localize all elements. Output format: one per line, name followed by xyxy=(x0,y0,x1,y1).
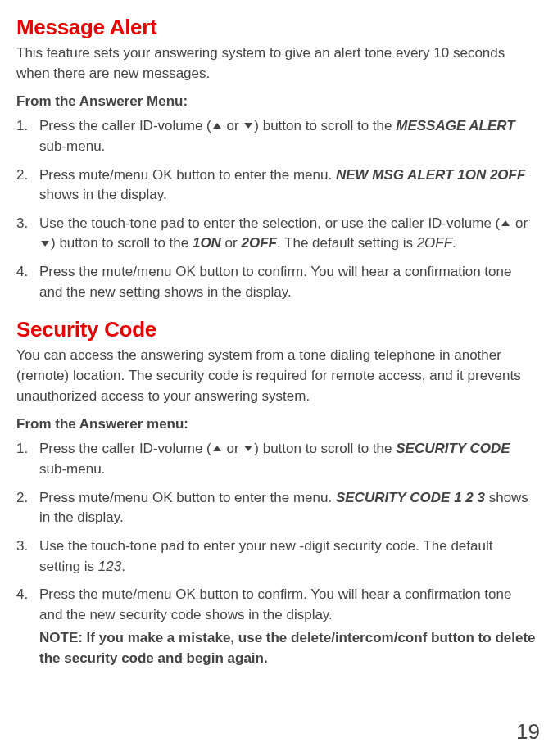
step-text: Press the caller ID-volume ( xyxy=(39,441,211,456)
list-item: Press mute/menu OK button to enter the m… xyxy=(39,165,537,206)
intro-security-code: You can access the answering system from… xyxy=(16,346,537,406)
step-text: ) button to scroll to the xyxy=(254,118,396,134)
page-number: 19 xyxy=(516,719,540,745)
step-text: ) button to scroll to the xyxy=(254,441,396,456)
list-item: Use the touch-tone pad to enter your new… xyxy=(39,536,537,577)
subheading-answerer-menu-1: From the Answerer Menu: xyxy=(16,93,537,110)
step-text: . xyxy=(452,235,456,251)
emphasis: 123 xyxy=(98,559,121,574)
triangle-up-icon xyxy=(501,220,510,226)
triangle-up-icon xyxy=(213,446,221,451)
list-item: Press the caller ID-volume ( or ) button… xyxy=(39,116,537,156)
triangle-up-icon xyxy=(213,123,221,129)
heading-message-alert: Message Alert xyxy=(16,15,537,40)
step-text: . The default setting is xyxy=(277,235,417,251)
step-text: Press mute/menu OK button to enter the m… xyxy=(39,167,336,183)
emphasis: 2OFF xyxy=(241,235,276,251)
emphasis: 1ON xyxy=(193,235,221,251)
step-text: or xyxy=(223,441,243,456)
triangle-down-icon xyxy=(244,446,252,451)
emphasis: 2OFF xyxy=(417,235,452,251)
step-text: . xyxy=(121,559,125,574)
step-text: or xyxy=(223,118,243,134)
intro-message-alert: This feature sets your answering system … xyxy=(16,43,537,84)
list-item: Press mute/menu OK button to enter the m… xyxy=(39,488,537,528)
step-text: or xyxy=(221,235,242,251)
emphasis: MESSAGE ALERT xyxy=(396,118,514,134)
note-text: NOTE: If you make a mistake, use the del… xyxy=(39,628,537,668)
step-text: ) button to scroll to the xyxy=(51,235,193,251)
list-item: Press the caller ID-volume ( or ) button… xyxy=(39,439,537,479)
triangle-down-icon xyxy=(244,123,252,129)
step-text: sub-menu. xyxy=(39,461,105,477)
step-text: Use the touch-tone pad to enter the sele… xyxy=(39,215,500,231)
step-text: or xyxy=(511,215,528,231)
step-text: Press mute/menu OK button to enter the m… xyxy=(39,490,336,505)
triangle-down-icon xyxy=(41,241,49,247)
list-item: Press the mute/menu OK button to confirm… xyxy=(39,585,537,669)
heading-security-code: Security Code xyxy=(16,317,537,342)
subheading-answerer-menu-2: From the Answerer menu: xyxy=(16,416,537,432)
step-text: shows in the display. xyxy=(39,187,167,202)
step-text: Press the mute/menu OK button to confirm… xyxy=(39,586,511,622)
emphasis: NEW MSG ALERT 1ON 2OFF xyxy=(336,167,525,183)
step-text: Press the caller ID-volume ( xyxy=(39,118,211,134)
step-text: sub-menu. xyxy=(39,138,105,154)
page-content: Message Alert This feature sets your ans… xyxy=(0,0,553,700)
list-item: Use the touch-tone pad to enter the sele… xyxy=(39,214,537,254)
list-item: Press the mute/menu OK button to confirm… xyxy=(39,262,537,302)
emphasis: SECURITY CODE 1 2 3 xyxy=(336,490,485,505)
emphasis: SECURITY CODE xyxy=(396,441,510,456)
steps-security-code: Press the caller ID-volume ( or ) button… xyxy=(16,439,537,668)
step-text: Press the mute/menu OK button to confirm… xyxy=(39,264,511,300)
steps-message-alert: Press the caller ID-volume ( or ) button… xyxy=(16,116,537,302)
